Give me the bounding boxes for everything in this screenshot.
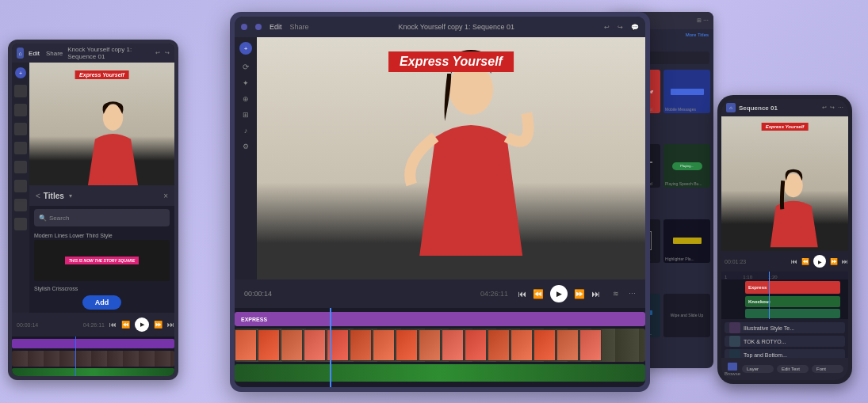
skip-forward-button[interactable]: ⏭	[591, 289, 600, 298]
add-button[interactable]: Add	[82, 295, 122, 310]
undo-icon[interactable]: ↩	[604, 24, 610, 31]
phone-home[interactable]: ⌂	[726, 103, 736, 112]
ts-video-track[interactable]	[12, 351, 174, 367]
ts-icon-6[interactable]	[14, 180, 27, 192]
phone-item-text-2: Top and Bottom...	[744, 352, 787, 358]
phone-input-font[interactable]: Font	[812, 365, 843, 373]
ts-share-tab[interactable]: Share	[46, 50, 63, 57]
ts-icon-2[interactable]	[14, 104, 27, 116]
phone-playhead	[769, 272, 770, 319]
play-button[interactable]: ▶	[550, 285, 568, 302]
waveform-icon[interactable]: ≋	[613, 290, 619, 298]
title-track[interactable]: EXPRESS	[235, 312, 645, 326]
rp-card-5[interactable]: Highlighter Pla...	[663, 219, 710, 263]
add-button[interactable]: +	[239, 42, 252, 55]
rp-more-titles[interactable]: More Titles	[686, 32, 709, 39]
refresh-icon[interactable]: ⟳	[243, 63, 249, 71]
ts-icon-8[interactable]	[14, 218, 27, 230]
share-tab[interactable]: Share	[290, 23, 309, 31]
ts-search-bar[interactable]: 🔍 Search	[34, 209, 170, 226]
ts-sidebar: +	[12, 63, 29, 313]
phone-input-layer[interactable]: Layer	[742, 365, 774, 373]
phone-panel: Illustrative Style Te... TOK & ROTYO... …	[721, 319, 848, 358]
ts-audio-track[interactable]	[12, 368, 174, 376]
tick-1: 1	[725, 275, 727, 279]
ts-dropdown-icon[interactable]: ▾	[69, 192, 72, 200]
ts-step-fwd[interactable]: ⏩	[154, 321, 163, 329]
ts-close-button[interactable]: ×	[163, 192, 168, 200]
ts-titles-panel: Express Yourself < Titles ▾ × 🔍 Search	[29, 63, 174, 313]
zoom-icon[interactable]: ⊕	[243, 95, 249, 103]
rp-card-3[interactable]: Playing... Playing Speech Bu...	[663, 144, 710, 188]
audio-track[interactable]	[235, 364, 645, 382]
ts-controls: 00:00:14 04:26:11 ⏮ ⏪ ▶ ⏩ ⏭	[12, 313, 174, 336]
crop-icon[interactable]: ⊞	[243, 111, 249, 119]
ts-undo-icon[interactable]: ↩	[155, 50, 160, 56]
phone-timeline: 1 1:10 1:20 Express Knockout	[721, 272, 848, 319]
phone-list-item-0[interactable]: Illustrative Style Te...	[725, 322, 845, 333]
phone-bottombar: Browse Layer Edit Text Font	[721, 358, 848, 380]
phone-audio-track[interactable]	[745, 309, 840, 318]
phone-topbar: ⌂ Sequence 01 ↩ ↪ ⋯	[721, 99, 848, 116]
timeline: EXPRESS	[235, 308, 645, 387]
ts-step-back[interactable]: ⏪	[121, 321, 130, 329]
comment-icon[interactable]: 💬	[631, 24, 639, 31]
phone-play[interactable]: ▶	[813, 255, 826, 268]
phone-step-fwd[interactable]: ⏩	[830, 258, 838, 265]
ts-template-list: Modern Lines Lower Third Style THIS IS N…	[29, 230, 174, 292]
skip-back-button[interactable]: ⏮	[518, 289, 526, 298]
filmstrip	[235, 329, 602, 361]
express-title: Express Yourself	[388, 51, 514, 72]
ts-home-button[interactable]: ⌂	[17, 48, 24, 59]
ts-back-button[interactable]: <	[36, 192, 40, 200]
phone-menu[interactable]: ⋯	[838, 105, 843, 111]
ts-topbar: ⌂ Edit Share Knock Yourself copy 1: Sequ…	[12, 44, 174, 63]
browse-icon	[728, 363, 737, 371]
ts-title-track[interactable]	[12, 339, 174, 348]
nav-dot[interactable]	[255, 24, 262, 30]
audio-icon[interactable]: ♪	[244, 127, 248, 135]
ts-template-2[interactable]: Stylish Crisscross LOREM IPSUM	[34, 286, 170, 292]
phone-redo[interactable]: ↪	[830, 105, 835, 111]
wand-icon[interactable]: ✦	[243, 79, 249, 87]
ts-template-1[interactable]: Modern Lines Lower Third Style THIS IS N…	[34, 233, 170, 281]
redo-icon[interactable]: ↪	[618, 24, 623, 31]
phone-list-item-1[interactable]: TOK & ROTYO...	[725, 336, 845, 347]
phone-video-track[interactable]: Knockout	[745, 296, 840, 307]
step-forward-button[interactable]: ⏩	[574, 289, 585, 299]
video-track[interactable]	[235, 329, 645, 362]
phone-undo[interactable]: ↩	[822, 105, 827, 111]
ts-icon-3[interactable]	[14, 123, 27, 135]
ts-icon-5[interactable]	[14, 161, 27, 173]
ts-icon-4[interactable]	[14, 142, 27, 154]
ts-redo-icon[interactable]: ↪	[165, 50, 170, 56]
phone-tab-browse[interactable]: Browse	[725, 363, 740, 376]
phone-item-text-1: TOK & ROTYO...	[744, 339, 786, 344]
ts-add-icon[interactable]: +	[15, 67, 26, 78]
phone-track-express: Express	[748, 285, 767, 290]
phone-track-knockout: Knockout	[748, 299, 770, 304]
step-back-button[interactable]: ⏪	[533, 289, 544, 299]
phone-skip-fwd[interactable]: ⏭	[842, 258, 848, 265]
home-dot[interactable]	[241, 24, 247, 30]
settings-icon[interactable]: ⚙	[243, 143, 249, 150]
phone-list-item-2[interactable]: Top and Bottom...	[725, 349, 845, 358]
ts-template-1-preview[interactable]: THIS IS NOW THE STORY SQUARE	[34, 240, 170, 281]
ts-play[interactable]: ▶	[135, 317, 149, 332]
ts-icon-7[interactable]	[14, 199, 27, 211]
edit-tab[interactable]: Edit	[270, 23, 282, 31]
rp-icons: ⊞ ⋯	[697, 17, 709, 24]
phone-step-back[interactable]: ⏪	[801, 258, 809, 265]
rp-card-1[interactable]: Mobile Messages	[663, 70, 710, 113]
ts-edit-tab[interactable]: Edit	[29, 50, 40, 57]
ts-skip-fwd[interactable]: ⏭	[167, 321, 174, 329]
tablet-large: Edit Share Knock Yourself copy 1: Sequen…	[230, 12, 650, 392]
phone-express: Express Yourself	[762, 123, 809, 131]
phone-skip-back[interactable]: ⏮	[791, 258, 797, 265]
rp-card-7[interactable]: Wipe and Slide Up	[663, 294, 710, 337]
overflow-icon[interactable]: ⋯	[629, 290, 636, 298]
ts-icon-1[interactable]	[14, 85, 27, 97]
phone-title-track[interactable]: Express	[745, 281, 840, 294]
phone-input-edit-text[interactable]: Edit Text	[777, 365, 809, 373]
ts-skip-back[interactable]: ⏮	[109, 321, 117, 329]
